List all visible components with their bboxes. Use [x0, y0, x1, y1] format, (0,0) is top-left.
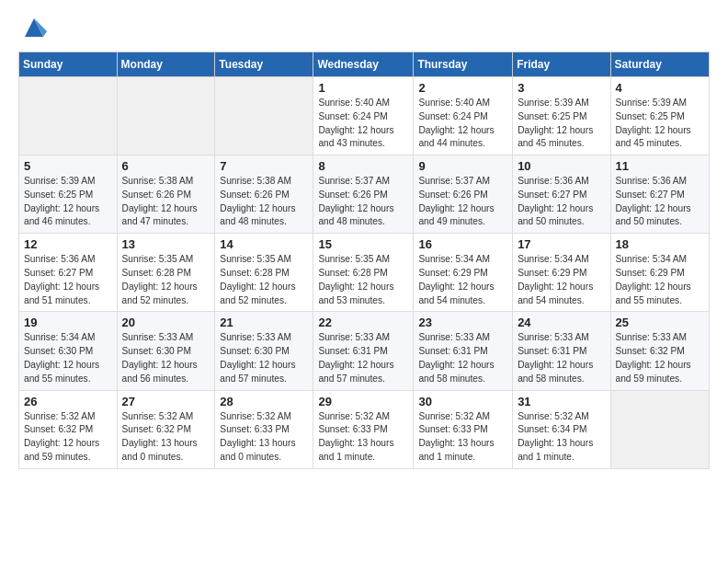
day-info: Sunrise: 5:36 AM Sunset: 6:27 PM Dayligh… — [616, 175, 704, 229]
day-info: Sunrise: 5:35 AM Sunset: 6:28 PM Dayligh… — [122, 253, 210, 307]
day-info: Sunrise: 5:35 AM Sunset: 6:28 PM Dayligh… — [220, 253, 308, 307]
calendar-cell: 12Sunrise: 5:36 AM Sunset: 6:27 PM Dayli… — [19, 234, 118, 312]
day-number: 7 — [220, 159, 308, 173]
calendar-cell — [19, 77, 118, 155]
day-info: Sunrise: 5:32 AM Sunset: 6:32 PM Dayligh… — [24, 410, 112, 465]
day-number: 10 — [518, 159, 605, 173]
day-number: 22 — [318, 316, 408, 329]
weekday-header-thursday: Thursday — [414, 52, 513, 77]
calendar-cell — [610, 390, 709, 468]
day-number: 4 — [616, 81, 704, 95]
day-number: 20 — [122, 316, 210, 329]
calendar-cell: 18Sunrise: 5:34 AM Sunset: 6:29 PM Dayli… — [610, 234, 709, 312]
day-info: Sunrise: 5:39 AM Sunset: 6:25 PM Dayligh… — [518, 97, 605, 151]
calendar-cell: 21Sunrise: 5:33 AM Sunset: 6:30 PM Dayli… — [215, 312, 313, 390]
day-number: 19 — [24, 316, 112, 329]
calendar-week-1: 1Sunrise: 5:40 AM Sunset: 6:24 PM Daylig… — [19, 77, 710, 155]
calendar-cell: 16Sunrise: 5:34 AM Sunset: 6:29 PM Dayli… — [414, 234, 513, 312]
logo — [18, 15, 47, 40]
calendar-cell: 9Sunrise: 5:37 AM Sunset: 6:26 PM Daylig… — [414, 155, 513, 234]
calendar-cell: 7Sunrise: 5:38 AM Sunset: 6:26 PM Daylig… — [215, 155, 313, 234]
day-number: 27 — [122, 395, 210, 408]
calendar-cell: 3Sunrise: 5:39 AM Sunset: 6:25 PM Daylig… — [513, 77, 610, 155]
page-container: SundayMondayTuesdayWednesdayThursdayFrid… — [0, 0, 728, 484]
day-number: 29 — [318, 395, 408, 408]
day-info: Sunrise: 5:32 AM Sunset: 6:33 PM Dayligh… — [418, 410, 507, 465]
day-info: Sunrise: 5:34 AM Sunset: 6:29 PM Dayligh… — [418, 253, 507, 307]
calendar-cell: 26Sunrise: 5:32 AM Sunset: 6:32 PM Dayli… — [19, 390, 118, 468]
logo-icon — [21, 15, 47, 40]
day-info: Sunrise: 5:33 AM Sunset: 6:30 PM Dayligh… — [220, 331, 308, 385]
calendar-cell: 17Sunrise: 5:34 AM Sunset: 6:29 PM Dayli… — [513, 234, 610, 312]
day-number: 11 — [616, 159, 704, 173]
day-info: Sunrise: 5:32 AM Sunset: 6:32 PM Dayligh… — [122, 410, 210, 465]
day-info: Sunrise: 5:33 AM Sunset: 6:30 PM Dayligh… — [122, 331, 210, 385]
calendar-cell: 6Sunrise: 5:38 AM Sunset: 6:26 PM Daylig… — [117, 155, 215, 234]
day-number: 24 — [518, 316, 605, 329]
calendar-cell: 14Sunrise: 5:35 AM Sunset: 6:28 PM Dayli… — [215, 234, 313, 312]
day-number: 9 — [418, 159, 507, 173]
day-number: 16 — [418, 237, 507, 251]
day-info: Sunrise: 5:36 AM Sunset: 6:27 PM Dayligh… — [24, 253, 112, 307]
day-number: 14 — [220, 237, 308, 251]
day-info: Sunrise: 5:39 AM Sunset: 6:25 PM Dayligh… — [24, 175, 112, 229]
day-number: 31 — [518, 395, 605, 408]
header — [18, 15, 710, 40]
day-info: Sunrise: 5:33 AM Sunset: 6:31 PM Dayligh… — [518, 331, 605, 385]
day-info: Sunrise: 5:37 AM Sunset: 6:26 PM Dayligh… — [418, 175, 507, 229]
calendar-cell: 20Sunrise: 5:33 AM Sunset: 6:30 PM Dayli… — [117, 312, 215, 390]
calendar-cell: 1Sunrise: 5:40 AM Sunset: 6:24 PM Daylig… — [313, 77, 414, 155]
day-number: 28 — [220, 395, 308, 408]
day-info: Sunrise: 5:38 AM Sunset: 6:26 PM Dayligh… — [122, 175, 210, 229]
calendar-week-3: 12Sunrise: 5:36 AM Sunset: 6:27 PM Dayli… — [19, 234, 710, 312]
day-info: Sunrise: 5:34 AM Sunset: 6:29 PM Dayligh… — [616, 253, 704, 307]
day-number: 26 — [24, 395, 112, 408]
calendar-cell: 8Sunrise: 5:37 AM Sunset: 6:26 PM Daylig… — [313, 155, 414, 234]
calendar-cell: 31Sunrise: 5:32 AM Sunset: 6:34 PM Dayli… — [513, 390, 610, 468]
day-info: Sunrise: 5:34 AM Sunset: 6:30 PM Dayligh… — [24, 331, 112, 385]
weekday-header-tuesday: Tuesday — [215, 52, 313, 77]
calendar-cell: 11Sunrise: 5:36 AM Sunset: 6:27 PM Dayli… — [610, 155, 709, 234]
calendar-cell: 10Sunrise: 5:36 AM Sunset: 6:27 PM Dayli… — [513, 155, 610, 234]
day-info: Sunrise: 5:40 AM Sunset: 6:24 PM Dayligh… — [418, 97, 507, 151]
calendar-cell: 27Sunrise: 5:32 AM Sunset: 6:32 PM Dayli… — [117, 390, 215, 468]
calendar-cell — [117, 77, 215, 155]
calendar-cell — [215, 77, 313, 155]
day-info: Sunrise: 5:38 AM Sunset: 6:26 PM Dayligh… — [220, 175, 308, 229]
calendar-cell: 28Sunrise: 5:32 AM Sunset: 6:33 PM Dayli… — [215, 390, 313, 468]
day-info: Sunrise: 5:33 AM Sunset: 6:31 PM Dayligh… — [318, 331, 408, 385]
calendar-week-4: 19Sunrise: 5:34 AM Sunset: 6:30 PM Dayli… — [19, 312, 710, 390]
calendar-cell: 24Sunrise: 5:33 AM Sunset: 6:31 PM Dayli… — [513, 312, 610, 390]
day-info: Sunrise: 5:34 AM Sunset: 6:29 PM Dayligh… — [518, 253, 605, 307]
calendar-cell: 5Sunrise: 5:39 AM Sunset: 6:25 PM Daylig… — [19, 155, 118, 234]
day-info: Sunrise: 5:32 AM Sunset: 6:33 PM Dayligh… — [220, 410, 308, 465]
logo-text — [18, 15, 47, 40]
day-info: Sunrise: 5:33 AM Sunset: 6:32 PM Dayligh… — [616, 331, 704, 385]
calendar-week-2: 5Sunrise: 5:39 AM Sunset: 6:25 PM Daylig… — [19, 155, 710, 234]
day-info: Sunrise: 5:40 AM Sunset: 6:24 PM Dayligh… — [318, 97, 408, 151]
weekday-header-saturday: Saturday — [610, 52, 709, 77]
day-number: 21 — [220, 316, 308, 329]
day-info: Sunrise: 5:39 AM Sunset: 6:25 PM Dayligh… — [616, 97, 704, 151]
day-info: Sunrise: 5:35 AM Sunset: 6:28 PM Dayligh… — [318, 253, 408, 307]
day-number: 25 — [616, 316, 704, 329]
calendar-table: SundayMondayTuesdayWednesdayThursdayFrid… — [18, 52, 710, 469]
day-number: 3 — [518, 81, 605, 95]
weekday-header-wednesday: Wednesday — [313, 52, 414, 77]
day-number: 5 — [24, 159, 112, 173]
calendar-cell: 30Sunrise: 5:32 AM Sunset: 6:33 PM Dayli… — [414, 390, 513, 468]
day-number: 15 — [318, 237, 408, 251]
day-number: 2 — [418, 81, 507, 95]
day-info: Sunrise: 5:36 AM Sunset: 6:27 PM Dayligh… — [518, 175, 605, 229]
day-number: 23 — [418, 316, 507, 329]
calendar-cell: 19Sunrise: 5:34 AM Sunset: 6:30 PM Dayli… — [19, 312, 118, 390]
calendar-cell: 22Sunrise: 5:33 AM Sunset: 6:31 PM Dayli… — [313, 312, 414, 390]
calendar-cell: 23Sunrise: 5:33 AM Sunset: 6:31 PM Dayli… — [414, 312, 513, 390]
calendar-cell: 25Sunrise: 5:33 AM Sunset: 6:32 PM Dayli… — [610, 312, 709, 390]
calendar-cell: 15Sunrise: 5:35 AM Sunset: 6:28 PM Dayli… — [313, 234, 414, 312]
day-number: 6 — [122, 159, 210, 173]
day-number: 18 — [616, 237, 704, 251]
day-number: 1 — [318, 81, 408, 95]
day-number: 12 — [24, 237, 112, 251]
calendar-cell: 29Sunrise: 5:32 AM Sunset: 6:33 PM Dayli… — [313, 390, 414, 468]
